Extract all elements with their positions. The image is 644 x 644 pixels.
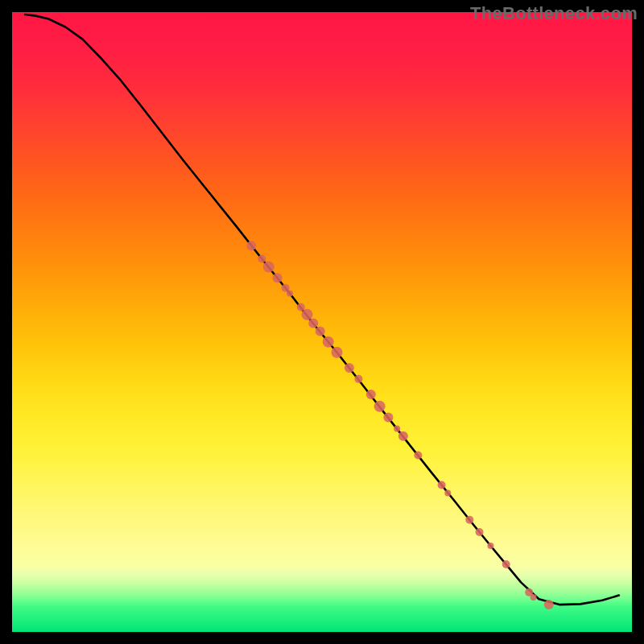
scatter-point — [366, 390, 376, 399]
scatter-point — [502, 560, 510, 568]
scatter-point — [465, 516, 473, 524]
scatter-point — [345, 363, 354, 373]
scatter-point — [323, 336, 334, 348]
scatter-point — [383, 413, 393, 423]
scatter-point — [287, 291, 293, 297]
scatter-point — [302, 309, 313, 320]
chart-stage: TheBottleneck.com — [0, 0, 644, 644]
scatter-point — [530, 594, 537, 601]
scatter-point — [414, 452, 422, 460]
scatter-point — [444, 490, 451, 497]
scatter-point — [297, 303, 305, 312]
scatter-point — [394, 425, 400, 431]
scatter-point — [331, 347, 342, 358]
bottleneck-chart — [0, 0, 644, 644]
scatter-point — [273, 273, 283, 283]
scatter-point — [246, 241, 256, 250]
scatter-point — [476, 528, 484, 536]
watermark-text: TheBottleneck.com — [470, 3, 638, 24]
scatter-point — [258, 254, 266, 262]
scatter-point — [544, 600, 554, 609]
scatter-point — [308, 319, 318, 328]
scatter-point — [316, 327, 325, 336]
scatter-point — [438, 481, 446, 489]
scatter-point — [374, 401, 386, 412]
scatter-point — [398, 431, 408, 441]
scatter-point — [354, 375, 362, 383]
chart-background — [12, 12, 632, 632]
scatter-point — [487, 543, 493, 549]
scatter-point — [263, 261, 275, 272]
